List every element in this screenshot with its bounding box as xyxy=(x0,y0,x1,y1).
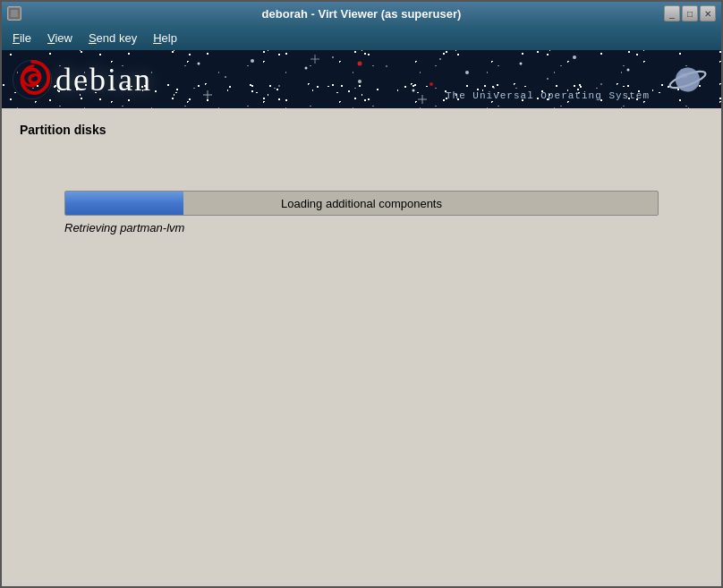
titlebar-left xyxy=(7,6,21,21)
menu-file[interactable]: File xyxy=(5,29,38,47)
titlebar-buttons: _ □ ✕ xyxy=(664,5,716,21)
page-title: Partition disks xyxy=(20,123,703,137)
debian-swirl-icon xyxy=(11,58,54,101)
progress-status: Retrieving partman-lvm xyxy=(64,221,659,234)
menu-view[interactable]: View xyxy=(40,29,80,47)
menu-help-label: Help xyxy=(153,31,177,45)
maximize-button[interactable]: □ xyxy=(682,5,698,21)
menu-help[interactable]: Help xyxy=(146,29,184,47)
menu-sendkey-label: Send key xyxy=(89,31,137,45)
menu-sendkey[interactable]: Send key xyxy=(81,29,144,47)
close-button[interactable]: ✕ xyxy=(700,5,716,21)
window-title: deborah - Virt Viewer (as superuser) xyxy=(262,7,462,21)
progress-bar: Loading additional components xyxy=(64,191,659,216)
menubar: File View Send key Help xyxy=(2,25,721,50)
menu-view-label: View xyxy=(47,31,72,45)
banner-tagline: The Universal Operating System xyxy=(446,90,650,101)
svg-point-23 xyxy=(676,67,700,91)
main-content: Partition disks Loading additional compo… xyxy=(2,108,721,586)
menu-file-label: File xyxy=(13,31,31,45)
main-window: deborah - Virt Viewer (as superuser) _ □… xyxy=(0,0,723,588)
progress-label: Loading additional components xyxy=(65,197,658,210)
svg-point-24 xyxy=(680,72,688,78)
debian-banner: debian xyxy=(2,50,721,108)
debian-logo-text: debian xyxy=(55,61,152,98)
progress-container: Loading additional components Retrieving… xyxy=(64,191,659,234)
titlebar: deborah - Virt Viewer (as superuser) _ □… xyxy=(2,2,721,25)
svg-rect-0 xyxy=(10,9,19,18)
window-icon xyxy=(7,6,21,21)
banner-planet-icon xyxy=(668,59,708,99)
minimize-button[interactable]: _ xyxy=(664,5,680,21)
